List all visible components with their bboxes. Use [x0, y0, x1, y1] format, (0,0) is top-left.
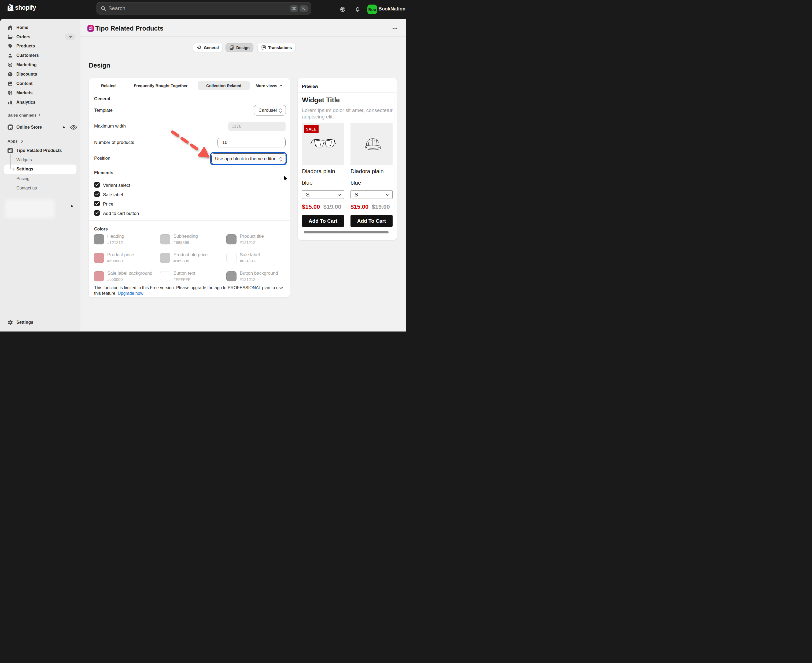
svg-text:$: $: [11, 92, 12, 95]
